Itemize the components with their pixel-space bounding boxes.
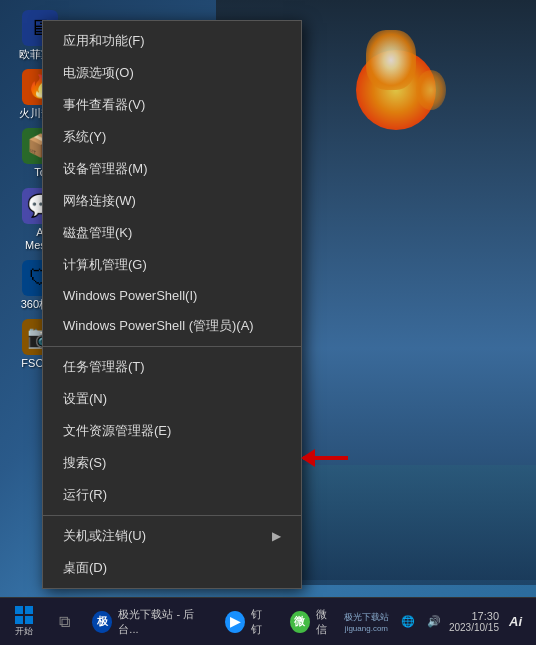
taskbar-app-dingding[interactable]: ▶ 钉钉: [217, 600, 279, 644]
menu-item-search[interactable]: 搜索(S): [43, 447, 301, 479]
menu-item-apps-features[interactable]: 应用和功能(F): [43, 25, 301, 57]
context-menu: 应用和功能(F) 电源选项(O) 事件查看器(V) 系统(Y) 设备管理器(M)…: [42, 20, 302, 589]
clock-time[interactable]: 17:30: [471, 610, 499, 622]
menu-divider-1: [43, 346, 301, 347]
menu-divider-2: [43, 515, 301, 516]
menu-item-system[interactable]: 系统(Y): [43, 121, 301, 153]
website-url: jiguang.com: [345, 624, 388, 633]
menu-item-powershell-admin[interactable]: Windows PowerShell (管理员)(A): [43, 310, 301, 342]
ai-button[interactable]: Ai: [503, 614, 528, 629]
volume-icon[interactable]: 🔊: [423, 613, 445, 630]
menu-item-network-connections[interactable]: 网络连接(W): [43, 185, 301, 217]
taskbar-app-jiguang[interactable]: 极 极光下载站 - 后台...: [84, 600, 215, 644]
menu-item-event-viewer[interactable]: 事件查看器(V): [43, 89, 301, 121]
menu-item-disk-management[interactable]: 磁盘管理(K): [43, 217, 301, 249]
start-button[interactable]: 开始: [0, 598, 48, 646]
highlight-arrow: [303, 448, 363, 468]
explosion-effect: [356, 50, 436, 130]
clock-date: 2023/10/15: [449, 622, 499, 633]
menu-item-desktop[interactable]: 桌面(D): [43, 552, 301, 584]
menu-item-device-manager[interactable]: 设备管理器(M): [43, 153, 301, 185]
taskview-icon: ⧉: [59, 613, 70, 631]
menu-item-computer-management[interactable]: 计算机管理(G): [43, 249, 301, 281]
dingding-label: 钉钉: [251, 607, 271, 637]
network-icon[interactable]: 🌐: [397, 613, 419, 630]
menu-item-powershell[interactable]: Windows PowerShell(I): [43, 281, 301, 310]
taskview-button[interactable]: ⧉: [48, 598, 80, 646]
menu-item-shutdown[interactable]: 关机或注销(U) ▶: [43, 520, 301, 552]
website-label: 极光下载站: [344, 611, 389, 624]
desktop: 🖥 欧菲家... 🔥 火川安... 📦 To 💬 AMes... 🛡: [0, 0, 536, 645]
jiguang-label: 极光下载站 - 后台...: [118, 607, 207, 637]
taskbar-apps: 极 极光下载站 - 后台... ▶ 钉钉 微 微信: [84, 600, 344, 644]
start-label: 开始: [15, 625, 33, 638]
menu-item-run[interactable]: 运行(R): [43, 479, 301, 511]
taskbar: 开始 ⧉ 极 极光下载站 - 后台... ▶ 钉钉: [0, 597, 536, 645]
wechat-icon: 微: [290, 611, 310, 633]
menu-item-task-manager[interactable]: 任务管理器(T): [43, 351, 301, 383]
submenu-arrow-icon: ▶: [272, 529, 281, 543]
taskbar-app-wechat[interactable]: 微 微信: [282, 600, 344, 644]
menu-item-power-options[interactable]: 电源选项(O): [43, 57, 301, 89]
wechat-label: 微信: [316, 607, 336, 637]
taskbar-right: 极光下载站 jiguang.com 🌐 🔊 17:30 2023/10/15 A…: [344, 610, 536, 633]
menu-item-file-explorer[interactable]: 文件资源管理器(E): [43, 415, 301, 447]
jiguang-icon: 极: [92, 611, 112, 633]
dingding-icon: ▶: [225, 611, 245, 633]
menu-item-settings[interactable]: 设置(N): [43, 383, 301, 415]
